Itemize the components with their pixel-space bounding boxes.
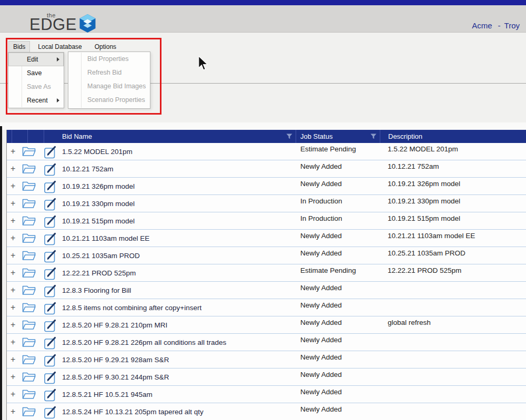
bid-name-cell[interactable]: 10.21.21 1103am model EE <box>62 230 149 247</box>
expand-row-button[interactable]: + <box>11 303 15 312</box>
open-folder-icon[interactable] <box>22 250 36 261</box>
column-header-job-status[interactable]: Job Status <box>296 130 380 143</box>
open-folder-icon[interactable] <box>22 337 36 348</box>
expand-row-button[interactable]: + <box>11 268 15 278</box>
table-row[interactable]: + 10.19.21 515pm model In Production 10.… <box>7 212 526 230</box>
expand-row-button[interactable]: + <box>11 216 15 226</box>
job-status-cell: Newly Added <box>300 319 342 326</box>
open-folder-icon[interactable] <box>22 354 36 365</box>
open-folder-icon[interactable] <box>22 302 36 313</box>
description-cell: global refresh <box>388 319 431 326</box>
bid-name-cell[interactable]: 12.8.5.20 HF 9.28.21 226pm all condition… <box>62 334 226 351</box>
edit-pencil-icon[interactable] <box>44 335 58 350</box>
open-folder-icon[interactable] <box>22 406 36 417</box>
open-folder-icon[interactable] <box>22 285 36 296</box>
table-row[interactable]: + 12.8.5.24 HF 10.13.21 205pm tapered al… <box>7 403 526 420</box>
expand-row-button[interactable]: + <box>11 147 15 156</box>
table-row[interactable]: + 12.8.5.20 HF 9.28.21 226pm all conditi… <box>7 334 526 351</box>
edit-pencil-icon[interactable] <box>44 197 58 211</box>
open-folder-icon[interactable] <box>22 372 36 383</box>
expand-row-button[interactable]: + <box>11 390 15 399</box>
edit-pencil-icon[interactable] <box>44 301 58 315</box>
edit-pencil-icon[interactable] <box>44 231 58 245</box>
table-row[interactable]: + 12.8.5.21 HF 10.5.21 945am Newly Added <box>7 386 526 403</box>
bid-name-cell[interactable]: 12.8.5 items not combining after copy+in… <box>62 299 201 316</box>
open-folder-icon[interactable] <box>22 320 36 331</box>
open-folder-icon[interactable] <box>22 146 36 157</box>
open-folder-icon[interactable] <box>22 181 36 192</box>
table-row[interactable]: + 10.25.21 1035am PROD Newly Added 10.25… <box>7 247 526 264</box>
job-status-cell: Newly Added <box>300 180 342 188</box>
table-row[interactable]: + 12.8.3 Flooring for Bill Newly Added <box>7 282 526 299</box>
expand-row-button[interactable]: + <box>11 337 15 347</box>
filter-funnel-icon[interactable] <box>286 134 292 139</box>
edit-pencil-icon[interactable] <box>44 214 58 228</box>
column-header-bid-name[interactable]: Bid Name <box>44 130 296 143</box>
bid-name-cell[interactable]: 10.19.21 330pm model <box>62 195 135 212</box>
edit-pencil-icon[interactable] <box>44 179 58 193</box>
table-row[interactable]: + 12.8.5.20 HF 9.30.21 244pm S&R Newly A… <box>7 368 526 386</box>
bid-name-cell[interactable]: 10.19.21 326pm model <box>62 178 135 195</box>
edit-pencil-icon[interactable] <box>44 145 58 159</box>
bid-name-cell[interactable]: 12.22.21 PROD 525pm <box>62 264 136 282</box>
expand-row-button[interactable]: + <box>11 320 15 330</box>
bid-name-cell[interactable]: 10.19.21 515pm model <box>62 212 135 230</box>
edge-cube-icon <box>79 14 96 33</box>
bid-name-cell[interactable]: 12.8.5.20 HF 9.30.21 244pm S&R <box>62 368 169 386</box>
filter-funnel-icon[interactable] <box>370 134 377 139</box>
account-separator: - <box>498 21 501 30</box>
expand-row-button[interactable]: + <box>11 372 15 382</box>
table-row[interactable]: + 10.19.21 326pm model Newly Added 10.19… <box>7 178 526 195</box>
open-folder-icon[interactable] <box>22 233 36 244</box>
job-status-cell: Estimate Pending <box>300 267 356 274</box>
edit-pencil-icon[interactable] <box>44 162 58 176</box>
table-row[interactable]: + 10.12.21 752am Newly Added 10.12.21 75… <box>7 160 526 178</box>
job-status-cell: Newly Added <box>300 162 342 170</box>
table-row[interactable]: + 12.8.5.20 HF 9.29.21 928am S&R Newly A… <box>7 351 526 368</box>
expand-row-button[interactable]: + <box>11 164 15 173</box>
open-folder-icon[interactable] <box>22 163 36 175</box>
edit-pencil-icon[interactable] <box>44 353 58 367</box>
bid-name-cell[interactable]: 1.5.22 MODEL 201pm <box>62 143 133 160</box>
bid-name-cell[interactable]: 10.25.21 1035am PROD <box>62 247 140 264</box>
expand-row-button[interactable]: + <box>11 407 15 416</box>
job-status-cell: Newly Added <box>300 371 342 378</box>
expand-row-button[interactable]: + <box>11 233 15 243</box>
description-cell: 10.21.21 1103am model EE <box>388 232 475 240</box>
user-name: Troy <box>504 21 520 30</box>
open-folder-icon[interactable] <box>22 216 36 227</box>
job-status-cell: Newly Added <box>300 336 342 344</box>
table-row[interactable]: + 1.5.22 MODEL 201pm Estimate Pending 1.… <box>7 143 526 160</box>
table-row[interactable]: + 12.8.5.20 HF 9.28.21 210pm MRI Newly A… <box>7 316 526 334</box>
table-row[interactable]: + 12.22.21 PROD 525pm Estimate Pending 1… <box>7 264 526 282</box>
expand-row-button[interactable]: + <box>11 199 15 208</box>
edit-pencil-icon[interactable] <box>44 249 58 263</box>
table-body: + 1.5.22 MODEL 201pm Estimate Pending 1.… <box>7 143 526 420</box>
edit-pencil-icon[interactable] <box>44 318 58 332</box>
table-row[interactable]: + 10.21.21 1103am model EE Newly Added 1… <box>7 230 526 247</box>
expand-row-button[interactable]: + <box>11 181 15 191</box>
edit-pencil-icon[interactable] <box>44 387 58 402</box>
bid-name-cell[interactable]: 10.12.21 752am <box>62 160 114 178</box>
bid-name-cell[interactable]: 12.8.3 Flooring for Bill <box>62 282 131 299</box>
table-row[interactable]: + 10.19.21 330pm model In Production 10.… <box>7 195 526 212</box>
expand-row-button[interactable]: + <box>11 355 15 364</box>
bid-name-cell[interactable]: 12.8.5.20 HF 9.29.21 928am S&R <box>62 351 169 368</box>
job-status-cell: Newly Added <box>300 388 342 396</box>
edit-pencil-icon[interactable] <box>44 405 58 419</box>
open-folder-icon[interactable] <box>22 389 36 400</box>
column-header-description[interactable]: Description <box>380 130 526 143</box>
edit-pencil-icon[interactable] <box>44 266 58 280</box>
edit-pencil-icon[interactable] <box>44 370 58 384</box>
bid-name-cell[interactable]: 12.8.5.21 HF 10.5.21 945am <box>62 386 153 403</box>
expand-row-button[interactable]: + <box>11 285 15 295</box>
mouse-arrow-cursor <box>198 56 208 71</box>
open-folder-icon[interactable] <box>22 198 36 209</box>
account-label[interactable]: Acme-Troy <box>472 21 520 30</box>
expand-row-button[interactable]: + <box>11 251 15 260</box>
edit-pencil-icon[interactable] <box>44 283 58 298</box>
table-row[interactable]: + 12.8.5 items not combining after copy+… <box>7 299 526 316</box>
bid-name-cell[interactable]: 12.8.5.24 HF 10.13.21 205pm tapered alt … <box>62 403 204 420</box>
bid-name-cell[interactable]: 12.8.5.20 HF 9.28.21 210pm MRI <box>62 316 167 334</box>
open-folder-icon[interactable] <box>22 268 36 279</box>
